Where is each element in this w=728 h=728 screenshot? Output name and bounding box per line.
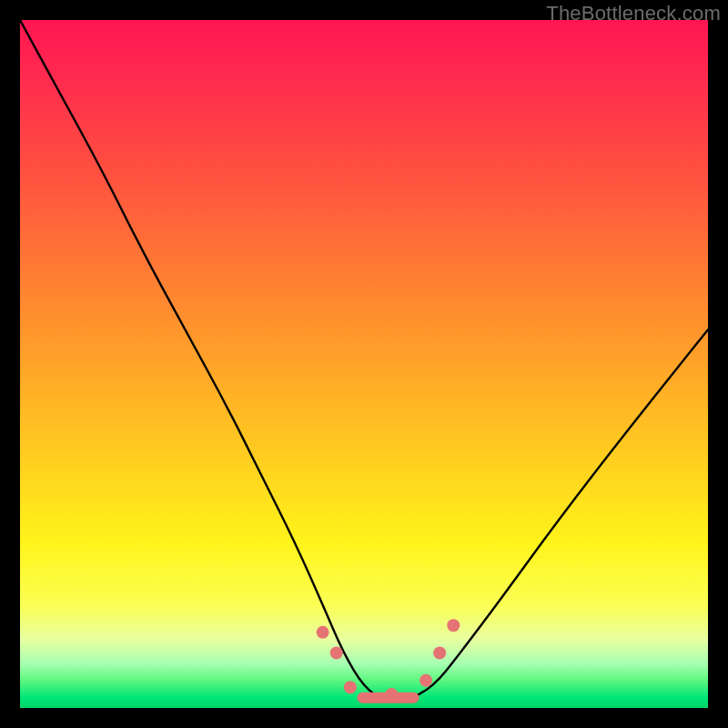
- curve-path: [20, 20, 708, 701]
- watermark-text: TheBottleneck.com: [546, 2, 721, 25]
- bottleneck-curve: [20, 20, 708, 701]
- chart-frame: TheBottleneck.com: [0, 0, 728, 728]
- marker-dot-3: [385, 688, 398, 701]
- marker-dot-0: [317, 626, 329, 639]
- marker-dot-2: [344, 681, 357, 693]
- marker-dot-4: [420, 674, 432, 687]
- marker-dot-6: [447, 619, 460, 632]
- bottom-markers: [317, 619, 460, 703]
- marker-dot-1: [330, 647, 343, 660]
- curve-layer: [20, 20, 708, 708]
- marker-dot-5: [433, 647, 446, 660]
